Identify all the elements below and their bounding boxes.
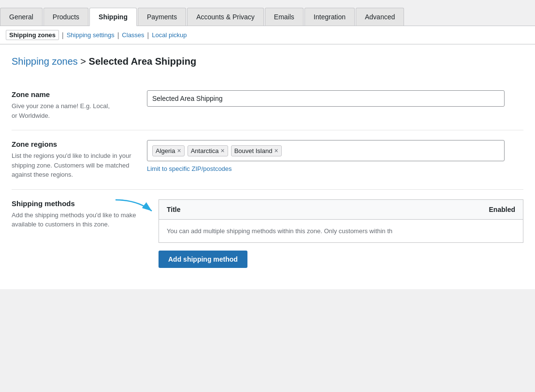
subnav-local-pickup[interactable]: Local pickup (152, 31, 187, 39)
tag-algeria-label: Algeria (156, 147, 175, 154)
tab-advanced[interactable]: Advanced (356, 8, 404, 26)
tab-shipping[interactable]: Shipping (89, 8, 137, 26)
arrow-annotation-icon (113, 197, 157, 217)
subnav-shipping-settings[interactable]: Shipping settings (67, 31, 115, 39)
limit-zip-postcodes-link[interactable]: Limit to specific ZIP/postcodes (147, 165, 232, 172)
subnav-sep-2: | (117, 31, 119, 39)
methods-table-header-row: Title Enabled (159, 199, 523, 219)
shipping-methods-heading: Shipping methods (12, 199, 147, 208)
tab-emails[interactable]: Emails (265, 8, 304, 26)
zone-form: Zone name Give your zone a name! E.g. Lo… (12, 81, 523, 189)
shipping-methods-table: Title Enabled You can add multiple shipp… (159, 199, 523, 243)
tab-products[interactable]: Products (43, 8, 88, 26)
methods-col-title: Title (159, 199, 309, 219)
breadcrumb: Shipping zones > Selected Area Shipping (12, 56, 523, 67)
zone-regions-label-col: Zone regions List the regions you'd like… (12, 140, 147, 180)
shipping-methods-label-col: Shipping methods Add the shipping method… (12, 199, 147, 229)
methods-empty-message: You can add multiple shipping methods wi… (159, 219, 523, 242)
shipping-methods-table-col: Title Enabled You can add multiple shipp… (159, 199, 523, 268)
tab-integration[interactable]: Integration (304, 8, 355, 26)
zone-name-field-col (147, 90, 523, 120)
main-content: Shipping zones > Selected Area Shipping … (0, 44, 535, 289)
tag-antarctica-label: Antarctica (191, 147, 219, 154)
zone-name-heading: Zone name (12, 90, 137, 98)
zone-name-row: Zone name Give your zone a name! E.g. Lo… (12, 81, 523, 130)
breadcrumb-link[interactable]: Shipping zones (12, 56, 78, 67)
tab-payments[interactable]: Payments (138, 8, 186, 26)
subnav-sep-1: | (62, 31, 64, 39)
main-nav: General Products Shipping Payments Accou… (0, 0, 535, 26)
zone-name-input[interactable] (147, 90, 505, 107)
subnav-classes[interactable]: Classes (122, 31, 144, 39)
tag-bouvet-island-label: Bouvet Island (234, 147, 273, 154)
zone-regions-heading: Zone regions (12, 140, 137, 148)
tag-bouvet-island: Bouvet Island × (231, 145, 282, 156)
zone-name-description: Give your zone a name! E.g. Local, or Wo… (12, 101, 137, 120)
tag-algeria-remove[interactable]: × (177, 147, 181, 154)
shipping-methods-section: Shipping methods Add the shipping method… (12, 189, 523, 278)
add-shipping-method-button[interactable]: Add shipping method (159, 251, 247, 268)
subnav-sep-3: | (147, 31, 149, 39)
zone-regions-field-col: Algeria × Antarctica × Bouvet Island × L… (147, 140, 523, 180)
zone-regions-tag-input[interactable]: Algeria × Antarctica × Bouvet Island × (147, 140, 505, 161)
tag-antarctica: Antarctica × (188, 145, 228, 156)
subnav-shipping-zones[interactable]: Shipping zones (6, 30, 59, 40)
breadcrumb-current: Selected Area Shipping (89, 56, 197, 67)
zone-name-label-col: Zone name Give your zone a name! E.g. Lo… (12, 90, 147, 120)
zone-regions-row: Zone regions List the regions you'd like… (12, 130, 523, 189)
methods-col-enabled: Enabled (309, 199, 523, 219)
sub-nav: Shipping zones | Shipping settings | Cla… (0, 26, 535, 44)
tag-antarctica-remove[interactable]: × (220, 147, 224, 154)
page-wrapper: General Products Shipping Payments Accou… (0, 0, 535, 392)
tag-bouvet-island-remove[interactable]: × (274, 147, 278, 154)
tag-algeria: Algeria × (152, 145, 185, 156)
breadcrumb-separator: > (80, 56, 88, 67)
methods-empty-row: You can add multiple shipping methods wi… (159, 219, 523, 242)
tab-general[interactable]: General (0, 8, 43, 26)
tab-accounts-privacy[interactable]: Accounts & Privacy (187, 8, 264, 26)
zone-regions-description: List the regions you'd like to include i… (12, 151, 137, 180)
